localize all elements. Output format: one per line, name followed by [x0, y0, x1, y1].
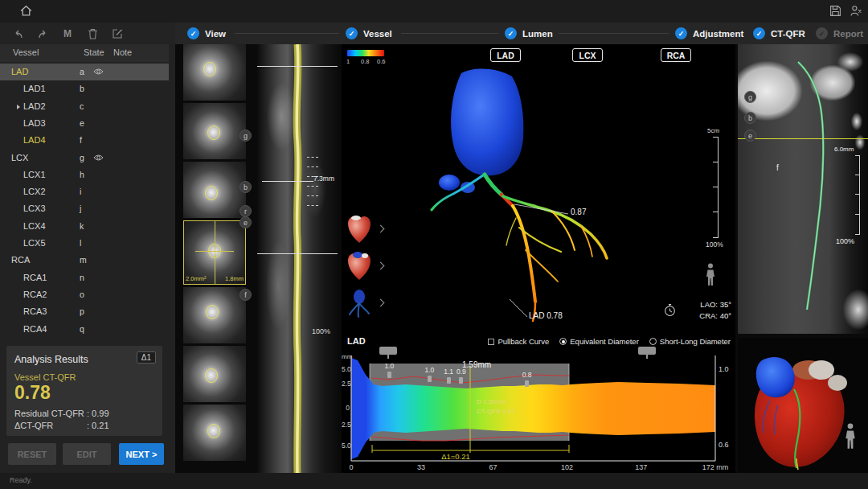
cpr-marker-line-bottom[interactable]	[257, 253, 338, 254]
branch-marker-b[interactable]: b	[240, 181, 252, 193]
tab-label: CT-QFR	[771, 29, 805, 39]
lesion-annotation-line1: D 1.59mm	[477, 398, 506, 405]
vessel-name: LCX4	[23, 221, 46, 231]
vessel-row-lad3[interactable]: LAD3e	[0, 115, 169, 132]
vessel-name: LCX1	[23, 170, 46, 179]
vessel-ctqfr-label: Vessel CT-QFR	[14, 372, 76, 382]
expand-arrow-icon[interactable]	[17, 105, 20, 109]
vessel-state: k	[80, 221, 84, 231]
measure-tool-button[interactable]: M	[61, 27, 74, 40]
vessel-state: p	[80, 306, 84, 316]
delete-icon[interactable]	[86, 27, 99, 40]
edit-button[interactable]: EDIT	[63, 443, 111, 465]
vessel-row-lcx1[interactable]: LCX1h	[0, 166, 169, 183]
y-tick-label: 0	[342, 404, 350, 412]
tab-report[interactable]: ✓Report	[816, 23, 863, 44]
cpr-marker-line-top[interactable]	[257, 66, 338, 67]
cross-section-thumbnail-6[interactable]	[183, 346, 246, 402]
vessel-row-rca2[interactable]: RCA2o	[0, 286, 169, 303]
vessel-row-lcx2[interactable]: LCX2i	[0, 183, 169, 200]
cpr-tick	[307, 157, 318, 158]
diameter-marker-pin[interactable]	[447, 377, 451, 384]
heart-view-preset-3[interactable]	[345, 287, 377, 321]
delta-badge[interactable]: Δ1	[137, 351, 156, 364]
vessel-row-lad1[interactable]: LAD1b	[0, 80, 169, 97]
tab-ct-qfr[interactable]: ✓CT-QFR	[753, 23, 805, 44]
eye-icon[interactable]	[93, 154, 104, 162]
y-axis-unit: mm	[342, 353, 350, 360]
x-tick-label: 137	[625, 463, 657, 471]
check-circle-icon: ✓	[346, 27, 358, 39]
tab-vessel[interactable]: ✓Vessel	[346, 23, 392, 44]
vessel-row-rca1[interactable]: RCA1n	[0, 269, 169, 286]
vessel-row-rca3[interactable]: RCA3p	[0, 303, 169, 320]
vessel-row-lcx[interactable]: LCXg	[0, 150, 169, 166]
diameter-marker-value: 1.0	[420, 366, 439, 374]
branch-marker-r[interactable]: r	[240, 205, 252, 217]
timer-clock-icon[interactable]	[663, 303, 677, 317]
redo-icon[interactable]	[36, 27, 49, 40]
undo-icon[interactable]	[11, 27, 24, 40]
status-bar: Ready.	[0, 473, 868, 489]
tab-adjustment[interactable]: ✓Adjustment	[675, 23, 743, 44]
mpr-branch-marker-g[interactable]: g	[744, 91, 756, 103]
vessel-row-rca[interactable]: RCAm	[0, 252, 169, 269]
straightened-cpr-view[interactable]: 7.3mm 100%	[257, 44, 338, 473]
curved-mpr-view[interactable]: gbe f 6.0mm 100%	[738, 44, 868, 334]
user-exit-icon[interactable]	[850, 5, 862, 17]
vessel-button-lcx[interactable]: LCX	[572, 48, 603, 62]
check-circle-icon: ✓	[675, 27, 687, 39]
coronary-3d-view[interactable]: 1 0.8 0.6 LAD LCX RCA 0.87 LAD 0.78 LAO:…	[342, 44, 735, 334]
y-tick-label: 5.0	[342, 442, 350, 450]
cross-section-thumbnail-3[interactable]	[183, 162, 246, 218]
vessel-row-lad[interactable]: LADa	[0, 64, 169, 80]
next-button[interactable]: NEXT >	[119, 443, 164, 465]
diameter-marker-pin[interactable]	[387, 372, 391, 378]
branch-marker-f[interactable]: f	[240, 289, 252, 301]
mpr-branch-marker-e[interactable]: e	[744, 129, 756, 142]
x-tick-label: 172 mm	[699, 463, 731, 471]
eye-icon[interactable]	[93, 68, 104, 76]
tab-label: Lumen	[522, 29, 553, 39]
diameter-marker-pin[interactable]	[525, 380, 529, 387]
vessel-state: f	[80, 135, 82, 145]
cross-section-thumbnail-4[interactable]: 2.0mm²1.8mm	[183, 220, 246, 285]
cross-section-thumbnail-1[interactable]	[183, 44, 246, 101]
vessel-row-lcx5[interactable]: LCX5l	[0, 235, 169, 252]
cross-section-thumbnail-7[interactable]	[183, 405, 246, 461]
branch-marker-g[interactable]: g	[240, 129, 252, 142]
diameter-marker-value: 1.0	[379, 362, 399, 370]
mpr-position-line[interactable]	[738, 138, 868, 139]
home-icon[interactable]	[19, 4, 33, 18]
vessel-button-lad[interactable]: LAD	[490, 48, 521, 62]
vessel-button-rca[interactable]: RCA	[661, 48, 691, 62]
reset-button[interactable]: RESET	[8, 443, 56, 465]
tab-lumen[interactable]: ✓Lumen	[505, 23, 553, 44]
diameter-marker-pin[interactable]	[459, 377, 463, 384]
vessel-row-rca4[interactable]: RCA4q	[0, 321, 169, 338]
cra-angle-label: CRA: 40°	[699, 311, 731, 320]
save-icon[interactable]	[829, 5, 841, 17]
heart-view-preset-1[interactable]	[345, 213, 377, 247]
mpr-branch-marker-b[interactable]: b	[744, 112, 756, 124]
heart-view-preset-2[interactable]	[345, 250, 377, 284]
vessel-row-lad4[interactable]: LAD4f	[0, 132, 169, 149]
vessel-row-lcx3[interactable]: LCX3j	[0, 200, 169, 217]
vessel-row-lcx4[interactable]: LCX4k	[0, 218, 169, 235]
mpr-zoom-label: 100%	[836, 237, 854, 245]
edit-note-icon[interactable]	[111, 27, 124, 40]
heart-volume-render[interactable]	[738, 338, 868, 473]
vessel-row-lad2[interactable]: LAD2c	[0, 98, 169, 115]
ruler-tick	[713, 162, 719, 162]
vessel-state: o	[80, 290, 84, 299]
branch-marker-e[interactable]: e	[240, 216, 252, 228]
cpr-zoom-label: 100%	[312, 327, 330, 335]
vessel-state: e	[80, 118, 84, 128]
cross-section-thumbnail-2[interactable]	[183, 103, 246, 159]
diameter-marker-pin[interactable]	[428, 376, 432, 382]
cross-section-thumbnail-5[interactable]	[183, 287, 246, 343]
pullback-chart[interactable]	[342, 334, 735, 473]
tab-view[interactable]: ✓View	[187, 23, 226, 44]
y-tick-label: 2.5	[342, 421, 350, 429]
cpr-measure-line[interactable]	[262, 181, 313, 182]
